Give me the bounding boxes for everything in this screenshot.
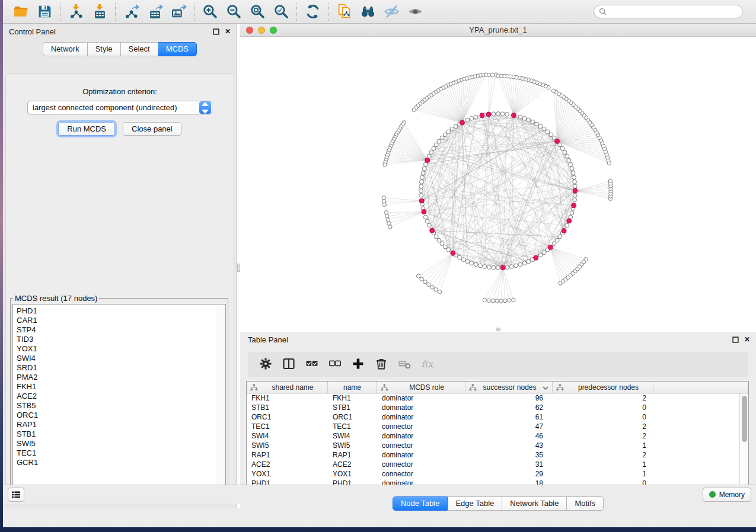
tab-style[interactable]: Style (88, 42, 121, 56)
select-all-button[interactable] (302, 354, 321, 376)
scrollbar-thumb[interactable] (742, 396, 747, 442)
show-details-button[interactable] (403, 2, 427, 22)
cell-name[interactable]: ACE2 (328, 460, 377, 469)
tab-network[interactable]: Network (43, 42, 88, 56)
mcds-result-item[interactable]: ACE2 (17, 392, 216, 401)
zoom-window-icon[interactable] (270, 27, 277, 34)
mcds-result-item[interactable]: TEC1 (17, 448, 216, 458)
zoom-fit-button[interactable] (245, 2, 269, 22)
cell-MCDS-role[interactable]: dominator (377, 403, 465, 412)
mcds-result-item[interactable]: PMA2 (17, 373, 216, 382)
cell-MCDS-role[interactable]: connector (377, 469, 465, 479)
cell-shared-name[interactable]: FKH1 (247, 393, 328, 403)
mcds-result-item[interactable]: STB1 (17, 430, 216, 439)
column-header-predecessor-nodes[interactable]: predecessor nodes (553, 382, 653, 393)
mcds-result-item[interactable]: SWI4 (17, 354, 216, 363)
cell-shared-name[interactable]: YOX1 (247, 469, 328, 479)
table-row[interactable]: YOX1YOX1connector291 (247, 469, 739, 479)
cell-predecessor-nodes[interactable]: 2 (553, 431, 653, 441)
close-panel-button[interactable]: Close panel (123, 122, 181, 136)
tab-motifs[interactable]: Motifs (567, 496, 604, 511)
mcds-result-item[interactable]: SRD1 (17, 363, 216, 373)
cell-shared-name[interactable]: RAP1 (247, 450, 328, 460)
optimization-select[interactable]: largest connected component (undirected) (27, 101, 212, 114)
column-header-shared-name[interactable]: shared name (247, 382, 328, 393)
close-panel-icon[interactable]: ✕ (225, 27, 231, 36)
mcds-result-item[interactable]: STP4 (17, 325, 216, 335)
cell-name[interactable]: ORC1 (328, 412, 377, 422)
zoom-out-button[interactable] (222, 2, 245, 22)
table-row[interactable]: FKH1FKH1dominator962 (247, 393, 739, 403)
cell-predecessor-nodes[interactable]: 1 (553, 441, 653, 450)
mcds-result-item[interactable]: FKH1 (17, 382, 216, 392)
open-session-button[interactable] (9, 2, 33, 22)
cell-MCDS-role[interactable]: dominator (377, 412, 465, 422)
cell-predecessor-nodes[interactable]: 0 (553, 412, 653, 422)
table-row[interactable]: ACE2ACE2connector311 (247, 460, 739, 469)
column-header-name[interactable]: name (328, 382, 377, 393)
cell-name[interactable]: YOX1 (328, 469, 377, 479)
cell-predecessor-nodes[interactable]: 2 (553, 393, 653, 403)
delete-column-button[interactable] (372, 354, 391, 376)
cell-shared-name[interactable]: SWI5 (247, 441, 328, 450)
mcds-result-item[interactable]: RAP1 (17, 420, 216, 430)
cell-predecessor-nodes[interactable]: 1 (553, 460, 653, 469)
cell-name[interactable]: RAP1 (328, 450, 377, 460)
tab-node-table[interactable]: Node Table (393, 496, 448, 511)
cell-MCDS-role[interactable]: connector (377, 422, 465, 431)
refresh-view-button[interactable] (301, 2, 324, 22)
zoom-selected-button[interactable] (269, 2, 293, 22)
network-canvas[interactable] (240, 37, 756, 327)
column-header-MCDS-role[interactable]: MCDS role (377, 382, 465, 393)
close-panel-icon[interactable]: ✕ (744, 335, 750, 344)
mcds-result-item[interactable]: GCR1 (17, 458, 216, 467)
show-panels-button[interactable] (8, 488, 24, 502)
cell-shared-name[interactable]: ACE2 (247, 460, 328, 469)
table-scrollbar[interactable] (739, 393, 748, 491)
tab-select[interactable]: Select (121, 42, 158, 56)
export-table-button[interactable] (143, 2, 167, 22)
cell-successor-nodes[interactable]: 31 (465, 460, 553, 469)
cell-shared-name[interactable]: SWI4 (247, 431, 328, 441)
cell-name[interactable]: TEC1 (328, 422, 377, 431)
result-list-scrollbar[interactable] (218, 305, 225, 486)
mcds-result-item[interactable]: TID3 (17, 335, 216, 344)
table-row[interactable]: STB1STB1dominator620 (247, 403, 739, 412)
mcds-result-item[interactable]: SWI5 (17, 439, 216, 448)
cell-shared-name[interactable]: ORC1 (247, 412, 328, 422)
mcds-result-item[interactable]: CAR1 (17, 316, 216, 325)
cell-successor-nodes[interactable]: 43 (465, 441, 553, 450)
cell-name[interactable]: SWI4 (328, 431, 377, 441)
float-panel-icon[interactable] (732, 336, 739, 343)
mcds-result-item[interactable]: YOX1 (17, 344, 216, 354)
tab-edge-table[interactable]: Edge Table (448, 496, 502, 511)
mcds-result-item[interactable]: ORC1 (17, 411, 216, 420)
cell-successor-nodes[interactable]: 61 (465, 412, 553, 422)
table-row[interactable]: SWI5SWI5connector431 (247, 441, 739, 450)
table-row[interactable]: RAP1RAP1dominator352 (247, 450, 739, 460)
column-header-successor-nodes[interactable]: successor nodes (465, 382, 553, 393)
first-neighbors-button[interactable] (356, 2, 379, 22)
settings-gear-button[interactable] (256, 354, 275, 376)
search-input[interactable] (610, 8, 738, 16)
float-panel-icon[interactable] (213, 28, 219, 35)
zoom-in-button[interactable] (198, 2, 222, 22)
cell-successor-nodes[interactable]: 62 (465, 403, 553, 412)
close-window-icon[interactable] (246, 27, 253, 34)
cell-MCDS-role[interactable]: dominator (377, 450, 465, 460)
mcds-result-item[interactable]: PHD1 (17, 306, 216, 316)
cell-name[interactable]: FKH1 (328, 393, 377, 403)
cell-successor-nodes[interactable]: 35 (465, 450, 553, 460)
add-column-button[interactable] (349, 354, 368, 376)
table-row[interactable]: SWI4SWI4dominator462 (247, 431, 739, 441)
cell-predecessor-nodes[interactable]: 1 (553, 469, 653, 479)
cell-successor-nodes[interactable]: 29 (465, 469, 553, 479)
save-session-button[interactable] (33, 2, 56, 22)
cell-MCDS-role[interactable]: connector (377, 441, 465, 450)
horizontal-splitter[interactable] (240, 327, 756, 332)
cell-successor-nodes[interactable]: 46 (465, 431, 553, 441)
cell-MCDS-role[interactable]: dominator (377, 431, 465, 441)
cell-MCDS-role[interactable]: dominator (377, 393, 465, 403)
clone-network-button[interactable] (332, 2, 356, 22)
table-row[interactable]: TEC1TEC1connector472 (247, 422, 739, 431)
